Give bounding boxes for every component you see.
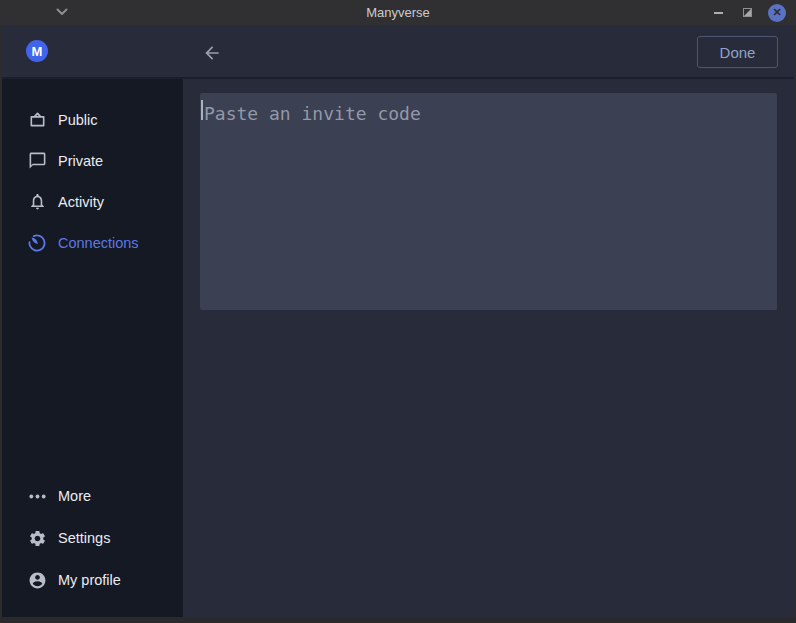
sidebar-item-connections[interactable]: Connections <box>0 222 183 263</box>
manyverse-logo[interactable]: M <box>26 40 48 62</box>
minimize-icon <box>714 12 723 14</box>
gear-icon <box>27 528 47 548</box>
window-left-edge <box>0 25 2 623</box>
window-controls: ✕ <box>710 0 786 25</box>
sidebar-item-my-profile[interactable]: My profile <box>0 559 183 601</box>
public-board-icon <box>27 110 47 130</box>
sidebar-item-label: Settings <box>58 530 110 546</box>
ellipsis-icon <box>27 486 47 506</box>
sidebar-item-private[interactable]: Private <box>0 140 183 181</box>
main-content <box>183 79 794 617</box>
minimize-button[interactable] <box>710 5 726 21</box>
sidebar-item-public[interactable]: Public <box>0 99 183 140</box>
invite-code-input[interactable] <box>200 93 777 310</box>
sidebar-item-label: Public <box>58 112 98 128</box>
sidebar-item-label: My profile <box>58 572 121 588</box>
restore-button[interactable] <box>739 5 755 21</box>
manyverse-window: Manyverse ✕ M Done Public <box>0 0 796 623</box>
app-top-bar: M Done <box>0 25 796 79</box>
chat-bubble-icon <box>27 151 47 171</box>
sidebar-item-label: More <box>58 488 91 504</box>
close-button[interactable]: ✕ <box>768 4 786 22</box>
person-circle-icon <box>27 570 47 590</box>
text-cursor <box>201 100 203 120</box>
bell-icon <box>27 192 47 212</box>
sidebar-item-label: Activity <box>58 194 104 210</box>
window-bottom-edge <box>0 617 796 623</box>
sidebar-bottom-nav: More Settings My profile <box>0 475 183 601</box>
sidebar-item-label: Connections <box>58 235 139 251</box>
sidebar-top-nav: Public Private Activity <box>0 99 183 263</box>
back-arrow-icon[interactable] <box>201 42 223 64</box>
connections-icon <box>27 233 47 253</box>
close-icon: ✕ <box>772 7 781 18</box>
window-title: Manyverse <box>0 0 796 25</box>
done-button[interactable]: Done <box>697 36 778 68</box>
titlebar[interactable]: Manyverse ✕ <box>0 0 796 25</box>
sidebar-item-activity[interactable]: Activity <box>0 181 183 222</box>
restore-icon <box>743 8 752 17</box>
sidebar-item-more[interactable]: More <box>0 475 183 517</box>
sidebar-item-settings[interactable]: Settings <box>0 517 183 559</box>
sidebar-item-label: Private <box>58 153 103 169</box>
sidebar: Public Private Activity <box>0 79 183 617</box>
